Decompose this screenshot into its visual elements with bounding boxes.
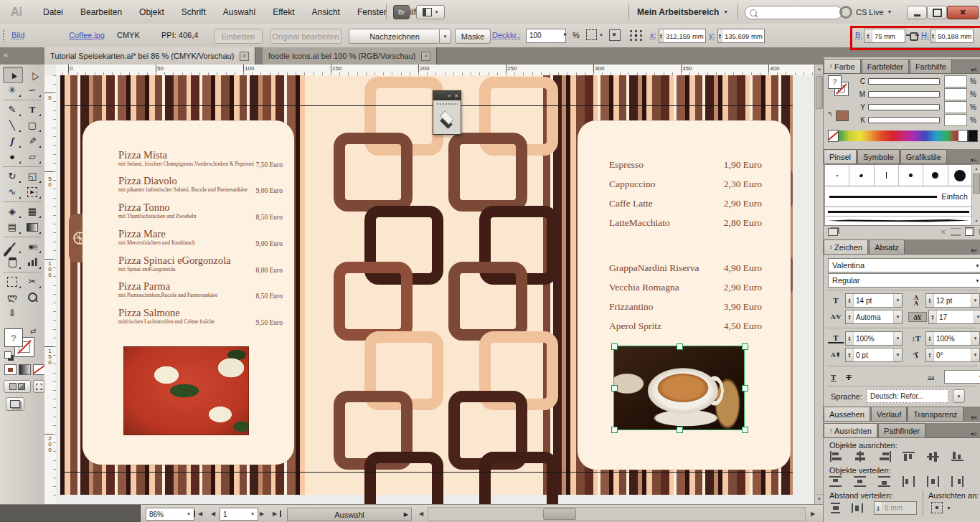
revert-color-icon[interactable]: ↰ [827,110,833,118]
floating-panel[interactable]: » ✕ [433,90,461,135]
distribute-left-icon[interactable] [903,476,916,487]
tab-verlauf[interactable]: Verlauf [871,407,907,421]
channel-slider[interactable] [868,91,940,98]
panel-menu-icon[interactable]: ▾≡ [967,157,980,163]
black-swatch[interactable] [968,130,978,142]
stepper-icon[interactable]: ▲▼ [875,502,882,514]
brush-item[interactable] [875,165,899,186]
layers-icon[interactable] [439,108,455,127]
knife-tool[interactable]: ✐ [3,305,22,321]
mini-default-proxy[interactable] [4,351,11,359]
tab-pinsel[interactable]: Pinsel [824,149,857,163]
align-top-icon[interactable] [903,451,916,462]
vertical-spacing-icon[interactable] [829,503,843,513]
nachzeichnen-dropdown[interactable]: ▼ [439,29,451,44]
kerning-field[interactable]: ▲▼Automa▼ [845,310,903,324]
rectangle-tool[interactable]: ▢ [23,118,42,133]
last-color-swatch[interactable] [836,110,849,121]
minimize-button[interactable] [907,6,927,19]
nachzeichnen-button[interactable]: Nachzeichnen [349,29,440,44]
menu-objekt[interactable]: Objekt [131,7,173,17]
selection-handle[interactable] [742,427,748,433]
close-panel-icon[interactable]: ✕ [454,93,458,99]
horizontal-ruler[interactable]: 0 50 100 150 200 250 300 350 400 [56,65,814,76]
menu-ansicht[interactable]: Ansicht [303,7,349,17]
screen-mode-button[interactable] [6,397,24,411]
white-swatch[interactable] [958,130,968,142]
tab-symbole[interactable]: Symbole [857,149,900,163]
next-artboard-icon[interactable]: ▶ [257,511,267,517]
free-transform-tool[interactable]: ▶ [23,184,42,199]
pizza-menu-card[interactable]: Pizza Mista mit Salami, frischen Champig… [83,120,294,465]
blob-brush-tool[interactable]: ● [3,149,22,164]
align-to-selector[interactable]: ▼ [931,502,951,513]
filename-link[interactable]: Coffee.jpg [69,31,105,39]
panel-menu-icon[interactable]: ▾≡ [967,247,980,254]
scroll-left-icon[interactable]: ◀ [416,511,426,517]
artboard-number-select[interactable]: 1 ▼ [220,508,258,521]
square-ring[interactable] [448,133,527,212]
none-swatch[interactable] [828,130,839,142]
vertical-scale-field[interactable]: ▲▼100%▼ [925,331,980,346]
cs-live[interactable]: CS Live ▼ [839,0,892,24]
char-rotation-field[interactable]: ▲▼0°▼ [925,348,980,362]
menu-item[interactable]: Pizza Spinaci eGorgonzola mit Spinat und… [118,255,294,280]
horizontal-scrollbar[interactable] [428,507,806,521]
sprache-select[interactable]: Deutsch: Refor... [867,389,948,403]
zoom-tool[interactable] [23,290,42,305]
scroll-right-icon[interactable]: ▶ [808,511,818,517]
scroll-up-icon[interactable]: ▲ [972,165,980,173]
scrollbar-thumb[interactable] [973,174,980,194]
magic-wand-tool[interactable]: ✳ [3,82,22,98]
none-mode-button[interactable] [33,364,45,375]
brush-item[interactable] [923,165,948,186]
menu-datei[interactable]: Datei [34,7,72,17]
brush-item-einfach[interactable]: Einfach [825,186,972,207]
swap-fill-stroke-icon[interactable]: ⇄ [30,327,36,335]
selection-handle[interactable] [611,385,618,392]
deckkr-link[interactable]: Deckkr.: [492,31,521,39]
stepper-icon[interactable]: ▲▼ [846,332,854,345]
restore-button[interactable] [927,6,947,19]
selection-handle[interactable] [677,427,683,433]
x-field[interactable]: ▲▼312,159 mm [659,29,706,43]
zoom-level-select[interactable]: 86% ▼ [146,508,194,521]
document-tab-active[interactable]: Tutorial Speisekarten.ai* bei 86 % (CMYK… [44,47,255,65]
type-tool[interactable]: T [23,102,42,117]
chevron-down-icon[interactable]: ▼ [893,294,902,307]
menu-item[interactable]: Pizza Tonno mit Thunfischstücken und Zwi… [118,202,294,227]
lasso-tool[interactable]: ∽ [23,82,42,98]
ruler-corner[interactable] [44,65,57,76]
font-size-field[interactable]: ▲▼14 pt▼ [845,293,903,308]
tab-grafikstile[interactable]: Grafikstile [900,149,947,163]
menu-auswahl[interactable]: Auswahl [215,7,264,17]
selection-handle[interactable] [742,343,748,350]
blend-tool[interactable]: ◉◎ [23,239,42,254]
scrollbar-thumb[interactable] [543,508,576,520]
remove-brush-icon[interactable]: ✕ [941,227,946,236]
stepper-icon[interactable]: ▲▼ [846,294,854,307]
status-indicator[interactable]: Auswahl ▶ [287,508,412,521]
chevron-down-icon[interactable]: ▼ [893,332,902,345]
line-segment-tool[interactable]: ╲ [3,118,22,133]
menu-item[interactable]: Pizza Mista mit Salami, frischen Champig… [118,150,294,174]
distribute-right-icon[interactable] [951,476,965,487]
gradient-tool[interactable] [23,219,42,234]
selection-handle[interactable] [611,427,618,433]
paintbrush-tool[interactable]: ʃ [3,133,22,148]
menu-item[interactable]: Vecchia Romagna 2,90 Euro [609,282,791,296]
menu-item[interactable]: Pizza Salmone mitfrischen Lachsstreifen … [118,308,294,332]
channel-value-field[interactable] [944,101,967,113]
channel-slider[interactable] [868,78,940,85]
font-family-select[interactable]: Valentina ▼ [828,258,980,272]
menu-design-artwork[interactable]: Pizza Mista mit Salami, frischen Champig… [60,75,793,495]
align-vcenter-icon[interactable] [927,451,941,462]
channel-slider[interactable] [868,117,940,123]
reference-point-widget[interactable] [630,30,632,32]
panel-menu-icon[interactable]: ▾≡ [967,414,980,421]
menu-schrift[interactable]: Schrift [173,7,215,17]
workspace-switcher[interactable]: Mein Arbeitsbereich ▼ [637,0,728,24]
square-ring[interactable] [334,133,413,212]
leading-field[interactable]: ▲▼12 pt▼ [925,293,980,308]
horizontal-spacing-icon[interactable] [852,503,865,513]
